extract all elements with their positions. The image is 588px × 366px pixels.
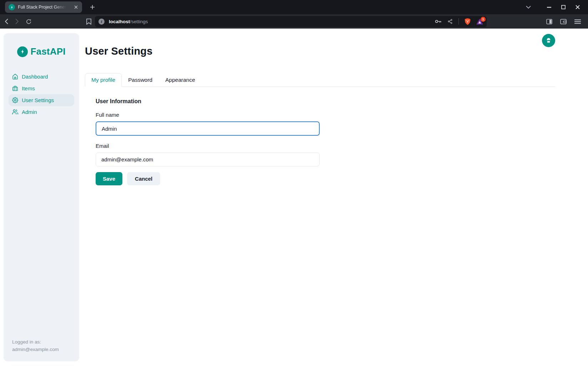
url-path: /settings [130, 19, 148, 24]
url-bar[interactable]: i localhost/settings 1 [95, 16, 487, 27]
bookmark-icon[interactable] [86, 19, 91, 25]
main-content: User Settings My profile Password Appear… [79, 29, 588, 366]
brave-rewards-icon[interactable]: 1 [476, 19, 483, 25]
share-icon[interactable] [447, 19, 453, 24]
users-icon [12, 109, 18, 115]
sidebar-toggle-icon[interactable] [546, 19, 552, 24]
browser-tab-strip: Full Stack Project Genera [0, 0, 588, 14]
tab-title: Full Stack Project Genera [18, 5, 68, 10]
page-title: User Settings [85, 45, 588, 57]
full-name-input[interactable] [96, 121, 320, 136]
wallet-icon[interactable] [560, 19, 567, 24]
fastapi-logo-text: FastAPI [30, 46, 65, 57]
user-information-form: User Information Full name Email Save Ca… [96, 98, 320, 185]
email-label: Email [96, 143, 320, 149]
sidebar-item-items[interactable]: Items [9, 82, 74, 94]
forward-button[interactable] [15, 19, 19, 24]
user-astronaut-icon [545, 37, 552, 44]
close-window-button[interactable] [573, 2, 582, 12]
minimize-button[interactable] [544, 2, 554, 12]
sidebar-item-dashboard[interactable]: Dashboard [9, 71, 74, 82]
menu-button[interactable] [574, 19, 581, 24]
new-tab-button[interactable] [88, 2, 97, 12]
brave-shield-icon[interactable] [465, 18, 471, 25]
tab-my-profile[interactable]: My profile [85, 73, 122, 87]
logged-in-email: admin@example.com [12, 346, 74, 354]
rewards-badge: 1 [481, 17, 486, 22]
tab-close-icon[interactable] [73, 4, 79, 10]
cancel-button[interactable]: Cancel [127, 172, 160, 185]
logged-in-label: Logged in as: [12, 339, 74, 346]
sidebar-item-label: Dashboard [22, 74, 48, 80]
sidebar-item-admin[interactable]: Admin [9, 106, 74, 118]
tab-search-chevron-icon[interactable] [524, 2, 533, 12]
section-title: User Information [96, 98, 320, 105]
sidebar: FastAPI Dashboard Items User Settings [4, 33, 79, 361]
app-page: FastAPI Dashboard Items User Settings [0, 29, 588, 366]
reload-button[interactable] [26, 19, 32, 25]
back-button[interactable] [5, 19, 8, 24]
toolbar-divider [458, 18, 459, 25]
gear-icon [12, 97, 18, 103]
user-menu-button[interactable] [542, 34, 555, 47]
settings-tabs: My profile Password Appearance [85, 73, 555, 87]
sidebar-nav: Dashboard Items User Settings Admin [9, 71, 74, 118]
tab-password[interactable]: Password [122, 73, 159, 87]
full-name-label: Full name [96, 112, 320, 118]
key-icon[interactable] [435, 19, 442, 24]
browser-toolbar: i localhost/settings 1 [0, 14, 588, 29]
site-info-icon[interactable]: i [98, 19, 105, 25]
fastapi-logo-bolt-icon [17, 46, 28, 57]
home-icon [12, 74, 18, 80]
browser-tab[interactable]: Full Stack Project Genera [5, 1, 82, 13]
briefcase-icon [12, 85, 18, 91]
sidebar-item-label: User Settings [22, 97, 54, 103]
maximize-button[interactable] [559, 2, 568, 12]
url-host: localhost [109, 19, 130, 24]
fastapi-favicon-bolt-icon [9, 4, 15, 10]
logged-in-info: Logged in as: admin@example.com [9, 339, 74, 354]
url-text[interactable]: localhost/settings [109, 19, 148, 24]
email-input[interactable] [96, 152, 320, 166]
sidebar-item-user-settings[interactable]: User Settings [9, 94, 74, 106]
fastapi-logo: FastAPI [9, 46, 74, 57]
sidebar-item-label: Admin [22, 109, 37, 115]
sidebar-item-label: Items [22, 85, 35, 91]
tab-appearance[interactable]: Appearance [159, 73, 202, 87]
save-button[interactable]: Save [96, 172, 122, 185]
